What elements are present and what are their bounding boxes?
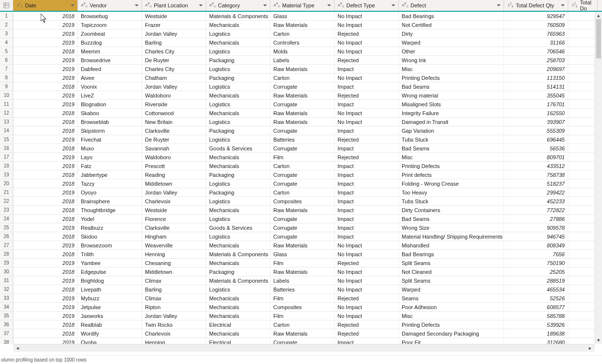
column-filter-dropdown-icon[interactable] xyxy=(198,3,204,7)
cell-material[interactable]: Carton xyxy=(270,29,335,38)
cell-material[interactable]: Raw Materials xyxy=(270,21,335,29)
cell-defectType[interactable]: Impact xyxy=(335,232,399,241)
cell-material[interactable]: Raw Materials xyxy=(270,109,335,117)
cell-material[interactable]: Corrugate xyxy=(270,170,335,179)
cell-defect[interactable]: Tubs Stuck xyxy=(399,135,504,144)
cell-defectType[interactable]: Impact xyxy=(335,144,399,152)
row-number[interactable]: 33 xyxy=(0,294,13,302)
cell-qty[interactable]: 929547 xyxy=(504,12,568,20)
cell-defectType[interactable]: No Impact xyxy=(335,312,399,320)
cell-date[interactable]: 2019 xyxy=(13,223,78,232)
cell-defect[interactable]: Poor Fit xyxy=(399,338,504,344)
cell-plant[interactable]: Barling xyxy=(142,285,206,293)
cell-defect[interactable]: Other xyxy=(399,47,504,55)
column-filter-dropdown-icon[interactable] xyxy=(326,3,332,7)
column-filter-dropdown-icon[interactable] xyxy=(496,3,502,7)
cell-plant[interactable]: Jordan Valley xyxy=(142,312,206,320)
cell-vendor[interactable]: Brainsphere xyxy=(78,197,142,205)
cell-material[interactable]: Corrugate xyxy=(270,82,335,91)
cell-qty[interactable]: 189638 xyxy=(504,329,568,338)
row-number[interactable]: 12 xyxy=(0,109,13,117)
row-number[interactable]: 11 xyxy=(0,100,13,108)
cell-vendor[interactable]: Wordify xyxy=(78,329,142,338)
cell-category[interactable]: Packaging xyxy=(206,73,270,82)
cell-qty[interactable]: 465534 xyxy=(504,285,568,293)
cell-date[interactable]: 2018 xyxy=(13,109,78,117)
cell-totalD[interactable] xyxy=(568,135,598,144)
column-filter-dropdown-icon[interactable] xyxy=(70,3,75,7)
scroll-down-arrow-icon[interactable]: ▾ xyxy=(595,337,602,344)
cell-totalD[interactable] xyxy=(568,259,598,267)
cell-defectType[interactable]: Rejected xyxy=(335,29,399,38)
row-number[interactable]: 37 xyxy=(0,329,13,338)
cell-defect[interactable]: Misc xyxy=(399,312,504,320)
cell-plant[interactable]: Jordan Valley xyxy=(142,82,206,91)
cell-plant[interactable]: Frazer xyxy=(142,21,206,29)
cell-category[interactable]: Logistics xyxy=(206,232,270,241)
cell-plant[interactable]: Charles City xyxy=(142,65,206,73)
cell-vendor[interactable]: Fatz xyxy=(78,162,142,170)
cell-plant[interactable]: Westside xyxy=(142,206,206,214)
cell-material[interactable]: Controllers xyxy=(270,38,335,47)
column-header-material[interactable]: ABCMaterial Type xyxy=(270,0,335,11)
cell-totalD[interactable] xyxy=(568,162,598,170)
cell-qty[interactable]: 758738 xyxy=(504,170,568,179)
vertical-scrollbar[interactable]: ▴ ▾ xyxy=(595,12,602,344)
cell-qty[interactable]: 113150 xyxy=(504,73,568,82)
cell-defect[interactable]: Integrity Failure xyxy=(399,109,504,117)
cell-vendor[interactable]: Mybuzz xyxy=(78,294,142,302)
cell-totalD[interactable] xyxy=(568,250,598,258)
cell-date[interactable]: 2018 xyxy=(13,215,78,223)
table-row[interactable]: 192018JabbertypeReadingPackagingCorrugat… xyxy=(0,170,602,179)
cell-defect[interactable]: Warped xyxy=(399,285,504,293)
cell-qty[interactable]: 31166 xyxy=(504,38,568,47)
cell-defectType[interactable]: Rejected xyxy=(335,135,399,144)
cell-defectType[interactable]: Impact xyxy=(335,126,399,135)
cell-defectType[interactable]: Impact xyxy=(335,179,399,188)
row-number[interactable]: 2 xyxy=(0,21,13,29)
cell-plant[interactable]: Prescott xyxy=(142,162,206,170)
cell-vendor[interactable]: Meemm xyxy=(78,47,142,55)
cell-defectType[interactable]: Impact xyxy=(335,223,399,232)
rows-area[interactable]: 12018BrowsebugWestsideMaterials & Compon… xyxy=(0,12,602,344)
row-number[interactable]: 36 xyxy=(0,320,13,329)
cell-vendor[interactable]: Thoughtbridge xyxy=(78,206,142,214)
cell-defect[interactable]: Split Seams xyxy=(399,259,504,267)
cell-category[interactable]: Electrical xyxy=(206,338,270,344)
cell-totalD[interactable] xyxy=(568,215,598,223)
row-number[interactable]: 5 xyxy=(0,47,13,55)
cell-vendor[interactable]: Buzzdog xyxy=(78,38,142,47)
row-number[interactable]: 16 xyxy=(0,144,13,152)
cell-qty[interactable]: 433512 xyxy=(504,162,568,170)
cell-category[interactable]: Packaging xyxy=(206,170,270,179)
cell-defect[interactable]: Bad Bearings xyxy=(399,250,504,258)
row-number[interactable]: 1 xyxy=(0,12,13,20)
cell-material[interactable]: Corrugate xyxy=(270,338,335,344)
table-row[interactable]: 162018MuxoSavannahGoods & ServicesCorrug… xyxy=(0,144,602,153)
cell-date[interactable]: 2018 xyxy=(13,206,78,214)
cell-material[interactable]: Batteries xyxy=(270,285,335,293)
cell-vendor[interactable]: Skaboo xyxy=(78,109,142,117)
cell-totalD[interactable] xyxy=(568,320,598,329)
cell-defect[interactable]: Printing Defects xyxy=(399,73,504,82)
cell-defect[interactable]: Print defects xyxy=(399,170,504,179)
cell-defectType[interactable]: Impact xyxy=(335,170,399,179)
cell-defectType[interactable]: Impact xyxy=(335,338,399,344)
row-number[interactable]: 29 xyxy=(0,259,13,267)
cell-totalD[interactable] xyxy=(568,179,598,188)
cell-defectType[interactable]: Impact xyxy=(335,215,399,223)
cell-date[interactable]: 2019 xyxy=(13,259,78,267)
cell-totalD[interactable] xyxy=(568,47,598,55)
cell-defectType[interactable]: Rejected xyxy=(335,320,399,329)
table-row[interactable]: 362018RealblabTwin RocksElectricalCarton… xyxy=(0,320,602,329)
cell-defect[interactable]: Split Seams xyxy=(399,276,504,285)
cell-qty[interactable]: 585788 xyxy=(504,312,568,320)
cell-material[interactable]: Raw Materials xyxy=(270,65,335,73)
cell-vendor[interactable]: Oyoba xyxy=(78,338,142,344)
cell-defect[interactable]: Misaligned Slots xyxy=(399,100,504,108)
cell-qty[interactable]: 514131 xyxy=(504,82,568,91)
cell-qty[interactable]: 555309 xyxy=(504,126,568,135)
cell-material[interactable]: Glass xyxy=(270,12,335,20)
column-header-plant[interactable]: ABCPlant Location xyxy=(142,0,206,11)
vscroll-track[interactable] xyxy=(595,19,602,337)
